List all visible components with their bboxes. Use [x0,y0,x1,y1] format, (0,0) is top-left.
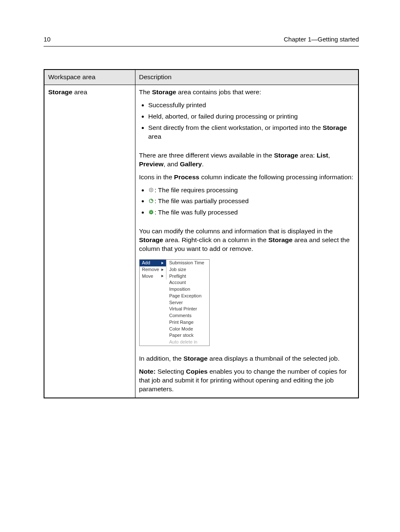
text-bold: Preview [139,160,164,168]
text: : The file requires processing [155,186,238,194]
text: You can modify the columns and informati… [139,227,333,235]
document-page: 10 Chapter 1—Getting started Workspace a… [0,0,400,532]
submenu-item[interactable]: Paper stock [166,332,209,339]
menu-left-column: Add Remove Move [140,260,167,279]
text: area contains jobs that were: [176,88,261,96]
icons-intro-paragraph: Icons in the Process column indicate the… [139,173,355,182]
process-full-icon [148,209,154,215]
text: area [148,133,161,140]
page-header: 10 Chapter 1—Getting started [44,35,359,46]
svg-point-3 [151,201,152,202]
process-partial-icon [148,198,154,204]
list-item: : The file was partially processed [148,197,355,206]
list-item: Held, aborted, or failed during processi… [148,112,355,121]
process-requires-icon [148,187,154,193]
menu-right-column: Submission Time Job size Preflight Accou… [166,260,209,346]
list-item: : The file was fully processed [148,208,355,217]
table-header-workspace: Workspace area [44,70,135,85]
intro-bullet-list: Successfully printed Held, aborted, or f… [139,101,355,141]
submenu-arrow-icon [161,262,164,264]
submenu-item[interactable]: Print Range [166,319,209,326]
text: : The file was fully processed [155,209,238,216]
column-context-menu: Add Remove Move Submission Time [139,259,210,346]
menu-label: Imposition [169,287,190,292]
submenu-item[interactable]: Imposition [166,286,209,293]
menu-label: Add [142,260,151,266]
submenu-item[interactable]: Page Exception [166,293,209,300]
svg-point-5 [151,212,152,213]
text-bold: Storage [184,355,208,362]
row-label-bold: Storage [48,88,73,96]
submenu-item[interactable]: Job size [166,266,209,273]
text: , and [164,160,180,168]
submenu-item[interactable]: Server [166,300,209,306]
menu-label: Server [169,300,182,306]
row-description-cell: The Storage area contains jobs that were… [135,85,358,398]
text-bold: Copies [186,368,208,375]
text: Icons in the [139,173,174,181]
submenu-item[interactable]: Virtual Printer [166,306,209,312]
row-label-rest: area [73,88,87,96]
text: area. Right-click on a column in the [163,236,268,243]
text: The [139,88,152,96]
menu-label: Account [169,280,186,286]
svg-point-1 [151,189,152,191]
menu-item-remove[interactable]: Remove [140,266,166,273]
submenu-item[interactable]: Color Mode [166,326,209,333]
views-paragraph: There are three different views availabl… [139,151,355,169]
text-bold: Storage [274,152,298,159]
text: area: [298,152,317,159]
menu-label: Remove [142,267,159,273]
menu-label: Auto delete in [169,339,197,345]
table-container: Workspace area Description Storage area … [44,69,359,398]
list-item: Successfully printed [148,101,355,110]
submenu-arrow-icon [161,269,164,271]
text-bold: Process [174,173,199,181]
table-row: Storage area The Storage area contains j… [44,85,358,398]
list-item: : The file requires processing [148,186,355,195]
note-label: Note: [139,368,156,375]
intro-paragraph: The Storage area contains jobs that were… [139,88,355,97]
list-item: Sent directly from the client workstatio… [148,124,355,141]
workspace-table: Workspace area Description Storage area … [44,69,359,398]
menu-item-move[interactable]: Move [140,273,166,280]
table-header-description: Description [135,70,358,85]
menu-label: Virtual Printer [169,306,197,312]
text: area displays a thumbnail of the selecte… [208,355,340,362]
submenu-item-disabled: Auto delete in [166,339,209,346]
chapter-title: Chapter 1—Getting started [284,35,359,44]
submenu-arrow-icon [161,275,164,277]
menu-label: Submission Time [169,260,204,266]
menu-label: Comments [169,313,191,319]
text: column indicate the following processing… [199,173,353,181]
text: Sent directly from the client workstatio… [148,124,323,131]
menu-label: Paper stock [169,333,193,338]
text-bold: Storage [139,236,164,243]
submenu-item[interactable]: Preflight [166,273,209,280]
submenu-item[interactable]: Comments [166,312,209,319]
thumbnail-paragraph: In addition, the Storage area displays a… [139,354,355,363]
submenu-item[interactable]: Account [166,279,209,286]
text: : The file was partially processed [155,197,249,204]
text-bold: Storage [268,236,293,243]
note-paragraph: Note: Selecting Copies enables you to ch… [139,367,355,394]
text: Selecting [156,368,186,375]
text-bold: Gallery [180,160,202,168]
submenu-item[interactable]: Submission Time [166,260,209,266]
menu-label: Preflight [169,274,186,279]
menu-label: Job size [169,267,186,273]
modify-paragraph: You can modify the columns and informati… [139,227,355,253]
menu-label: Page Exception [169,293,201,299]
text-bold: Storage [323,124,347,131]
menu-item-add[interactable]: Add [140,260,166,266]
menu-label: Move [142,274,153,279]
text: , [328,152,330,159]
text-bold: Storage [152,88,177,96]
page-number: 10 [44,35,51,44]
text: There are three different views availabl… [139,152,274,159]
text: . [202,160,203,168]
text-bold: List [317,152,328,159]
text: In addition, the [139,355,184,362]
menu-label: Color Mode [169,326,193,332]
row-label-cell: Storage area [44,85,135,398]
